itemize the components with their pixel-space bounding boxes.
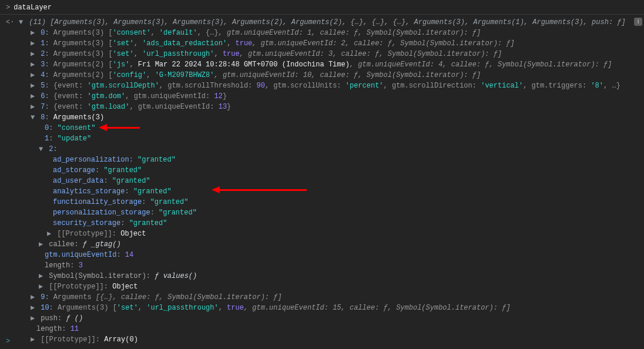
array-prototype-row[interactable]: ▶ [[Prototype]]: Array(0) xyxy=(6,334,639,345)
caret-right-icon[interactable]: ▶ xyxy=(31,292,36,303)
args8-key-1[interactable]: 1: "update" xyxy=(6,133,639,144)
array-item-6[interactable]: ▶ 6: {event: 'gtm.dom', gtm.uniqueEventI… xyxy=(6,91,639,102)
consent-ad-personalization[interactable]: ad_personalization: "granted" xyxy=(6,155,639,165)
caret-right-icon[interactable]: ▶ xyxy=(39,271,45,281)
caret-down-icon[interactable]: ▼ xyxy=(31,112,36,123)
caret-right-icon[interactable]: ▶ xyxy=(31,80,36,91)
prototype-row[interactable]: ▶ [[Prototype]]: Object xyxy=(6,281,639,292)
symbol-iterator-row[interactable]: ▶ Symbol(Symbol.iterator): ƒ values() xyxy=(6,271,639,281)
caret-right-icon[interactable]: ▶ xyxy=(31,303,36,313)
length-row[interactable]: length: 3 xyxy=(6,260,639,271)
array-item-7[interactable]: ▶ 7: {event: 'gtm.load', gtm.uniqueEvent… xyxy=(6,102,639,112)
args8-key-0[interactable]: 0: "consent" xyxy=(6,123,639,133)
consent-analytics-storage[interactable]: analytics_storage: "granted" xyxy=(6,186,639,197)
caret-right-icon[interactable]: ▶ xyxy=(39,239,45,250)
array-length-row[interactable]: length: 11 xyxy=(6,324,639,334)
caret-down-icon[interactable]: ▼ xyxy=(39,144,45,155)
array-item-10[interactable]: ▶ 10: Arguments(3) ['set', 'url_passthro… xyxy=(6,303,639,313)
array-count: (11) xyxy=(29,18,46,26)
consent-security-storage[interactable]: security_storage: "granted" xyxy=(6,218,639,229)
prototype-row[interactable]: ▶ [[Prototype]]: Object xyxy=(6,229,639,239)
console-input-line[interactable]: >dataLayer xyxy=(0,0,644,15)
chevron-right-icon: > xyxy=(6,4,10,12)
caret-right-icon[interactable]: ▶ xyxy=(31,102,36,112)
caret-right-icon[interactable]: ▶ xyxy=(31,70,36,80)
caret-right-icon[interactable]: ▶ xyxy=(31,38,36,49)
unique-event-id-row[interactable]: gtm.uniqueEventId: 14 xyxy=(6,250,639,260)
args8-key-2[interactable]: ▼ 2: xyxy=(6,144,639,155)
array-item-1[interactable]: ▶ 1: Arguments(3) ['set', 'ads_data_reda… xyxy=(6,38,639,49)
consent-personalization-storage[interactable]: personalization_storage: "granted" xyxy=(6,207,639,218)
console-output: <· ▼ (11) [Arguments(3), Arguments(3), A… xyxy=(0,15,644,347)
array-summary-row[interactable]: ▼ (11) [Arguments(3), Arguments(3), Argu… xyxy=(6,17,639,28)
caret-right-icon[interactable]: ▶ xyxy=(39,281,45,292)
input-expression: dataLayer xyxy=(14,4,52,12)
callee-row[interactable]: ▶ callee: ƒ _gtag() xyxy=(6,239,639,250)
array-item-9[interactable]: ▶ 9: Arguments [{…}, callee: ƒ, Symbol(S… xyxy=(6,292,639,303)
push-row[interactable]: ▶ push: ƒ () xyxy=(6,313,639,324)
caret-right-icon[interactable]: ▶ xyxy=(31,49,36,59)
output-marker-icon: <· xyxy=(6,17,14,28)
caret-right-icon[interactable]: ▶ xyxy=(31,91,36,102)
caret-right-icon[interactable]: ▶ xyxy=(47,229,53,239)
caret-right-icon[interactable]: ▶ xyxy=(31,334,36,345)
caret-down-icon[interactable]: ▼ xyxy=(19,17,25,28)
caret-right-icon[interactable]: ▶ xyxy=(31,313,36,324)
consent-functionality-storage[interactable]: functionality_storage: "granted" xyxy=(6,197,639,207)
array-item-5[interactable]: ▶ 5: {event: 'gtm.scrollDepth', gtm.scro… xyxy=(6,80,639,91)
array-item-3[interactable]: ▶ 3: Arguments(2) ['js', Fri Mar 22 2024… xyxy=(6,59,639,70)
console-prompt-icon[interactable]: > xyxy=(6,336,10,347)
consent-ad-storage[interactable]: ad_storage: "granted" xyxy=(6,165,639,176)
array-item-0[interactable]: ▶ 0: Arguments(3) ['consent', 'default',… xyxy=(6,28,639,38)
array-item-8[interactable]: ▼ 8: Arguments(3) xyxy=(6,112,639,123)
consent-ad-user-data[interactable]: ad_user_data: "granted" xyxy=(6,176,639,186)
info-badge[interactable]: i xyxy=(634,18,642,26)
caret-right-icon[interactable]: ▶ xyxy=(31,28,36,38)
array-item-2[interactable]: ▶ 2: Arguments(3) ['set', 'url_passthrou… xyxy=(6,49,639,59)
array-item-4[interactable]: ▶ 4: Arguments(2) ['config', 'G-M2097BHW… xyxy=(6,70,639,80)
caret-right-icon[interactable]: ▶ xyxy=(31,59,36,70)
